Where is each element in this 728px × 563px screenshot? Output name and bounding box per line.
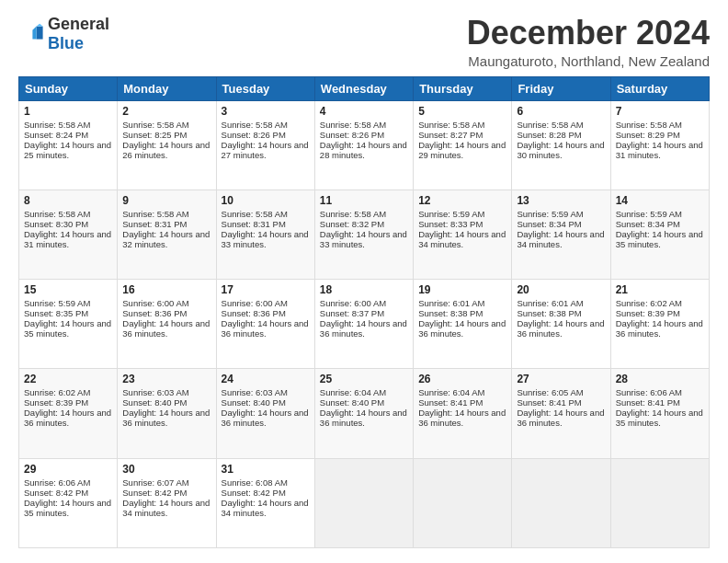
day-number: 27 [517,373,605,385]
daylight-text: Daylight: 14 hours and 31 minutes. [616,140,703,160]
sunset-text: Sunset: 8:40 PM [122,397,187,408]
sunrise-text: Sunrise: 6:07 AM [122,477,188,488]
logo-general: General [48,15,109,33]
calendar-cell: 2Sunrise: 5:58 AMSunset: 8:25 PMDaylight… [118,100,216,190]
svg-marker-1 [32,27,36,40]
sunrise-text: Sunrise: 5:58 AM [222,209,288,219]
sunset-text: Sunset: 8:28 PM [517,130,581,140]
daylight-text: Daylight: 14 hours and 36 minutes. [616,318,703,339]
calendar-header-monday: Monday [118,76,216,100]
calendar-cell: 16Sunrise: 6:00 AMSunset: 8:36 PMDayligh… [118,280,216,369]
daylight-text: Daylight: 14 hours and 34 minutes. [222,498,309,518]
sunrise-text: Sunrise: 6:01 AM [418,298,484,308]
calendar-cell [314,458,413,547]
day-number: 16 [122,283,210,296]
calendar-cell: 13Sunrise: 5:59 AMSunset: 8:34 PMDayligh… [512,190,610,279]
calendar-cell: 3Sunrise: 5:58 AMSunset: 8:26 PMDaylight… [216,100,314,190]
calendar-cell: 24Sunrise: 6:03 AMSunset: 8:40 PMDayligh… [216,369,314,458]
sunset-text: Sunset: 8:40 PM [320,397,384,408]
daylight-text: Daylight: 14 hours and 36 minutes. [418,408,506,428]
day-number: 14 [616,194,704,207]
calendar-cell: 15Sunrise: 5:59 AMSunset: 8:35 PMDayligh… [19,280,118,369]
day-number: 19 [418,283,506,296]
calendar-week-row: 22Sunrise: 6:02 AMSunset: 8:39 PMDayligh… [19,369,710,458]
daylight-text: Daylight: 14 hours and 34 minutes. [517,229,604,249]
sunrise-text: Sunrise: 5:58 AM [320,120,386,130]
calendar-cell: 23Sunrise: 6:03 AMSunset: 8:40 PMDayligh… [118,369,216,458]
sunrise-text: Sunrise: 5:58 AM [616,120,682,130]
sunset-text: Sunset: 8:34 PM [616,219,680,229]
sunset-text: Sunset: 8:41 PM [418,397,483,408]
daylight-text: Daylight: 14 hours and 29 minutes. [418,140,506,160]
sunset-text: Sunset: 8:30 PM [24,219,88,229]
calendar-cell: 8Sunrise: 5:58 AMSunset: 8:30 PMDaylight… [19,190,118,279]
sunrise-text: Sunrise: 5:58 AM [320,209,386,219]
daylight-text: Daylight: 14 hours and 33 minutes. [320,229,407,249]
subtitle: Maungaturoto, Northland, New Zealand [467,53,710,69]
sunset-text: Sunset: 8:38 PM [517,308,581,318]
daylight-text: Daylight: 14 hours and 36 minutes. [222,408,309,428]
day-number: 24 [222,373,310,385]
sunset-text: Sunset: 8:38 PM [418,308,483,318]
calendar-cell: 6Sunrise: 5:58 AMSunset: 8:28 PMDaylight… [512,100,610,190]
day-number: 11 [320,194,408,207]
calendar-cell: 4Sunrise: 5:58 AMSunset: 8:26 PMDaylight… [314,100,413,190]
calendar-cell: 20Sunrise: 6:01 AMSunset: 8:38 PMDayligh… [512,280,610,369]
sunset-text: Sunset: 8:37 PM [320,308,384,318]
daylight-text: Daylight: 14 hours and 30 minutes. [517,140,604,160]
calendar-cell: 26Sunrise: 6:04 AMSunset: 8:41 PMDayligh… [414,369,512,458]
logo-blue: Blue [48,34,84,52]
sunrise-text: Sunrise: 5:59 AM [616,209,682,219]
calendar-week-row: 8Sunrise: 5:58 AMSunset: 8:30 PMDaylight… [19,190,710,279]
day-number: 1 [24,105,112,118]
daylight-text: Daylight: 14 hours and 32 minutes. [122,229,210,249]
day-number: 29 [24,463,112,476]
sunrise-text: Sunrise: 6:00 AM [222,298,288,308]
sunset-text: Sunset: 8:35 PM [24,308,88,318]
sunrise-text: Sunrise: 5:58 AM [24,209,90,219]
day-number: 26 [418,373,506,385]
day-number: 6 [517,105,605,118]
calendar-cell: 11Sunrise: 5:58 AMSunset: 8:32 PMDayligh… [314,190,413,279]
sunrise-text: Sunrise: 5:58 AM [122,120,188,130]
sunset-text: Sunset: 8:31 PM [222,219,286,229]
daylight-text: Daylight: 14 hours and 36 minutes. [122,408,210,428]
daylight-text: Daylight: 14 hours and 36 minutes. [320,408,407,428]
daylight-text: Daylight: 14 hours and 28 minutes. [320,140,407,160]
day-number: 7 [616,105,704,118]
calendar-cell: 10Sunrise: 5:58 AMSunset: 8:31 PMDayligh… [216,190,314,279]
daylight-text: Daylight: 14 hours and 36 minutes. [517,408,604,428]
sunset-text: Sunset: 8:39 PM [24,397,88,408]
day-number: 12 [418,194,506,207]
sunrise-text: Sunrise: 5:58 AM [122,209,188,219]
daylight-text: Daylight: 14 hours and 34 minutes. [122,498,210,518]
daylight-text: Daylight: 14 hours and 36 minutes. [122,318,210,339]
day-number: 15 [24,283,112,296]
calendar-cell: 7Sunrise: 5:58 AMSunset: 8:29 PMDaylight… [610,100,709,190]
day-number: 9 [122,194,210,207]
calendar-cell: 30Sunrise: 6:07 AMSunset: 8:42 PMDayligh… [118,458,216,547]
daylight-text: Daylight: 14 hours and 27 minutes. [222,140,309,160]
calendar-week-row: 15Sunrise: 5:59 AMSunset: 8:35 PMDayligh… [19,280,710,369]
calendar-cell: 14Sunrise: 5:59 AMSunset: 8:34 PMDayligh… [610,190,709,279]
sunrise-text: Sunrise: 6:04 AM [320,387,386,397]
day-number: 13 [517,194,605,207]
sunset-text: Sunset: 8:41 PM [517,397,581,408]
day-number: 30 [122,463,210,476]
calendar-cell: 21Sunrise: 6:02 AMSunset: 8:39 PMDayligh… [610,280,709,369]
calendar-header-saturday: Saturday [610,76,709,100]
calendar-cell: 29Sunrise: 6:06 AMSunset: 8:42 PMDayligh… [19,458,118,547]
title-section: December 2024 Maungaturoto, Northland, N… [467,15,710,69]
sunrise-text: Sunrise: 5:58 AM [418,120,484,130]
svg-marker-2 [37,24,43,27]
logo-text: General Blue [48,15,109,53]
calendar-header-row: SundayMondayTuesdayWednesdayThursdayFrid… [19,76,710,100]
sunrise-text: Sunrise: 6:03 AM [122,387,188,397]
daylight-text: Daylight: 14 hours and 35 minutes. [616,229,703,249]
sunset-text: Sunset: 8:42 PM [24,488,88,498]
calendar-cell: 28Sunrise: 6:06 AMSunset: 8:41 PMDayligh… [610,369,709,458]
sunset-text: Sunset: 8:33 PM [418,219,483,229]
sunrise-text: Sunrise: 6:06 AM [616,387,682,397]
day-number: 17 [222,283,310,296]
sunrise-text: Sunrise: 6:00 AM [122,298,188,308]
